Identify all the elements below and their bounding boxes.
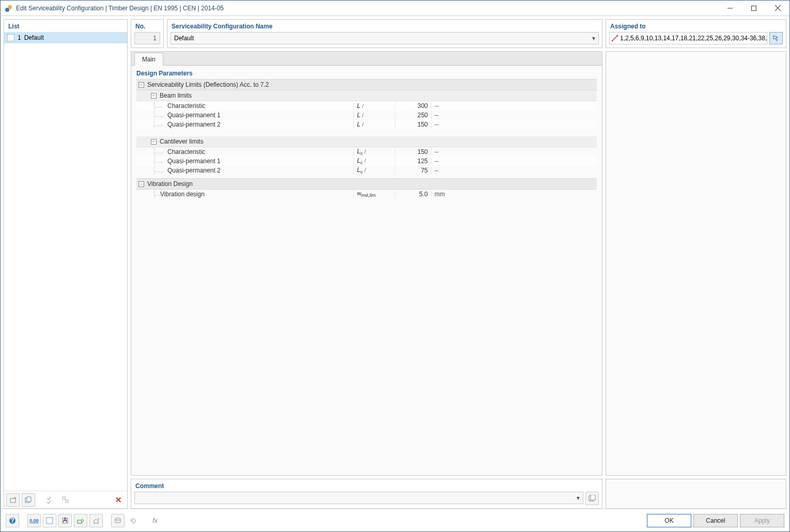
param-row[interactable]: Quasi-permanent 1Lc /125-- — [136, 157, 597, 166]
maximize-button[interactable] — [742, 1, 766, 16]
number-header: No. — [131, 20, 163, 32]
chevron-down-icon: ▾ — [592, 35, 595, 42]
list-item-name: Default — [24, 34, 44, 41]
tab-main[interactable]: Main — [134, 53, 163, 66]
svg-point-22 — [115, 518, 120, 520]
subgroup-cantilever-limits[interactable]: −Cantilever limits — [136, 136, 597, 147]
svg-rect-15 — [591, 495, 595, 500]
comment-library-button[interactable] — [585, 492, 599, 505]
svg-rect-10 — [66, 500, 68, 503]
name-combo[interactable]: Default ▾ — [171, 32, 599, 44]
assigned-value: 1,2,5,6,9,10,13,14,17,18,21,22,25,26,29,… — [620, 35, 767, 42]
name-value: Default — [174, 35, 194, 42]
list-panel: List 1 Default ✕ — [4, 19, 128, 509]
param-row[interactable]: Quasi-permanent 2Lc /75-- — [136, 166, 597, 175]
collapse-icon[interactable]: − — [151, 139, 157, 145]
name-header: Serviceability Configuration Name — [167, 20, 602, 32]
collapse-icon[interactable]: − — [138, 82, 144, 88]
svg-rect-21 — [78, 520, 82, 523]
delete-item-button[interactable]: ✕ — [112, 493, 125, 507]
app-icon — [5, 4, 13, 12]
uncheck-all-button[interactable] — [59, 493, 72, 507]
ok-button[interactable]: OK — [647, 514, 691, 527]
help-button[interactable]: ? — [6, 514, 19, 527]
param-row[interactable]: CharacteristicLc /150-- — [136, 147, 597, 157]
group-vibration-design[interactable]: −Vibration Design — [136, 178, 597, 190]
number-field[interactable]: 1 — [134, 32, 160, 44]
copy-config-button[interactable] — [111, 514, 125, 527]
copy-item-button[interactable] — [22, 493, 35, 507]
svg-text:A: A — [63, 517, 67, 524]
bottom-right-panel — [606, 479, 786, 509]
titlebar: Edit Serviceability Configuration | Timb… — [1, 1, 789, 16]
collapse-icon[interactable]: − — [138, 181, 144, 187]
annotations-button[interactable]: A — [58, 514, 72, 527]
list-item-num: 1 — [18, 34, 21, 41]
new-item-button[interactable] — [6, 493, 20, 507]
assigned-panel: Assigned to 1,2,5,6,9,10,13,14,17,18,21,… — [606, 19, 786, 48]
svg-rect-9 — [63, 497, 65, 499]
function-button[interactable]: fx — [148, 514, 162, 527]
tab-bar: Main — [131, 52, 602, 65]
subgroup-beam-limits[interactable]: −Beam limits — [136, 90, 597, 101]
pick-members-button[interactable] — [769, 32, 783, 44]
comment-header: Comment — [131, 479, 602, 492]
parameters-tree: −Serviceability Limits (Deflections) Acc… — [136, 79, 597, 199]
preview-panel — [606, 51, 786, 476]
svg-rect-8 — [27, 497, 31, 502]
tab-body-main: Design Parameters −Serviceability Limits… — [131, 65, 602, 475]
param-row[interactable]: Quasi-permanent 2L /150-- — [136, 120, 597, 129]
param-row[interactable]: Vibration designwinst,lim5.0mm — [136, 190, 597, 199]
check-all-button[interactable] — [43, 493, 57, 507]
window-title: Edit Serviceability Configuration | Timb… — [16, 5, 224, 12]
import-button[interactable] — [74, 514, 87, 527]
export-button[interactable] — [89, 514, 103, 527]
view-button[interactable] — [43, 514, 56, 527]
svg-text:?: ? — [10, 517, 14, 524]
tabs-panel: Main Design Parameters −Serviceability L… — [131, 51, 602, 476]
comment-combo[interactable]: ▾ — [134, 492, 583, 504]
config-list[interactable]: 1 Default — [4, 32, 127, 491]
assigned-field[interactable]: 1,2,5,6,9,10,13,14,17,18,21,22,25,26,29,… — [609, 32, 767, 44]
close-button[interactable] — [766, 1, 789, 16]
name-panel: Serviceability Configuration Name Defaul… — [167, 19, 602, 48]
param-row[interactable]: Quasi-permanent 1L /250-- — [136, 111, 597, 120]
design-parameters-title: Design Parameters — [136, 70, 597, 77]
dialog-footer: ? 0.00 A fx OK Cancel Apply — [1, 509, 789, 531]
reset-button[interactable] — [127, 514, 140, 527]
list-item[interactable]: 1 Default — [4, 32, 127, 43]
param-row[interactable]: CharacteristicL /300-- — [136, 101, 597, 111]
units-button[interactable]: 0.00 — [27, 514, 41, 527]
collapse-icon[interactable]: − — [151, 93, 157, 99]
members-icon — [612, 35, 618, 41]
svg-rect-6 — [10, 498, 16, 503]
comment-panel: Comment ▾ — [131, 479, 602, 509]
number-panel: No. 1 — [131, 19, 164, 48]
chevron-down-icon: ▾ — [577, 494, 580, 502]
cancel-button[interactable]: Cancel — [693, 514, 738, 527]
group-serviceability-limits[interactable]: −Serviceability Limits (Deflections) Acc… — [136, 79, 597, 90]
svg-rect-18 — [47, 518, 53, 524]
svg-text:fx: fx — [152, 517, 158, 524]
svg-line-11 — [612, 36, 617, 41]
list-header: List — [4, 20, 127, 32]
list-checkbox-icon[interactable] — [7, 34, 14, 41]
svg-rect-3 — [752, 6, 756, 10]
apply-button[interactable]: Apply — [740, 514, 784, 527]
minimize-button[interactable] — [718, 1, 742, 16]
assigned-header: Assigned to — [606, 20, 786, 32]
window: Edit Serviceability Configuration | Timb… — [0, 0, 790, 532]
list-toolbar: ✕ — [4, 491, 127, 508]
